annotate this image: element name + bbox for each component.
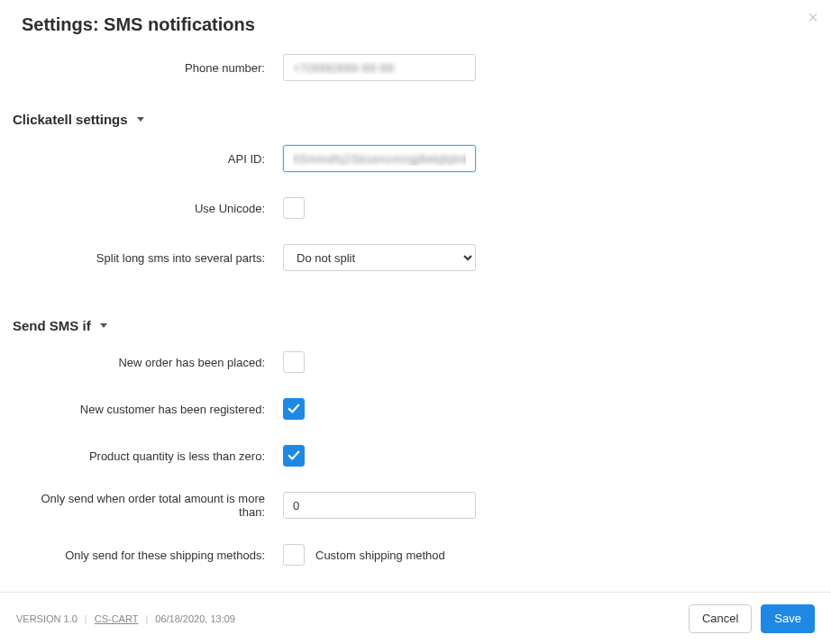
new-order-label: New order has been placed: xyxy=(13,356,283,369)
split-label: Split long sms into several parts: xyxy=(13,251,283,265)
phone-input[interactable] xyxy=(283,54,476,81)
shipping-checkbox[interactable] xyxy=(283,544,305,566)
split-select[interactable]: Do not split xyxy=(283,244,476,271)
use-unicode-checkbox[interactable] xyxy=(283,197,305,219)
new-customer-checkbox[interactable] xyxy=(283,398,305,420)
modal-title: Settings: SMS notifications xyxy=(22,14,255,34)
order-total-label: Only send when order total amount is mor… xyxy=(13,492,283,519)
cancel-button[interactable]: Cancel xyxy=(689,604,752,633)
section-send-if-label: Send SMS if xyxy=(13,318,91,333)
shipping-label: Only send for these shipping methods: xyxy=(13,549,283,562)
footer: VERSION 1.0 | CS-CART | 06/18/2020, 13:0… xyxy=(0,592,831,644)
api-id-label: API ID: xyxy=(13,152,283,166)
brand-link[interactable]: CS-CART xyxy=(95,613,139,624)
order-total-input[interactable] xyxy=(283,492,476,519)
section-clickatell-label: Clickatell settings xyxy=(13,112,128,127)
section-clickatell[interactable]: Clickatell settings xyxy=(13,106,818,145)
version-text: VERSION 1.0 xyxy=(16,613,78,624)
use-unicode-label: Use Unicode: xyxy=(13,202,283,215)
content-scroll[interactable]: Phone number: Clickatell settings API ID… xyxy=(0,45,831,592)
phone-label: Phone number: xyxy=(13,61,283,75)
api-id-input[interactable] xyxy=(283,145,476,172)
close-icon[interactable]: × xyxy=(808,7,818,28)
check-icon xyxy=(288,449,300,462)
chevron-down-icon xyxy=(137,117,144,122)
chevron-down-icon xyxy=(100,323,107,328)
new-order-checkbox[interactable] xyxy=(283,351,305,373)
product-qty-checkbox[interactable] xyxy=(283,445,305,467)
product-qty-label: Product quantity is less than zero: xyxy=(13,449,283,463)
new-customer-label: New customer has been registered: xyxy=(13,403,283,416)
separator: | xyxy=(85,613,87,624)
datetime-text: 06/18/2020, 13:09 xyxy=(155,613,235,624)
separator: | xyxy=(145,613,148,624)
section-send-if[interactable]: Send SMS if xyxy=(13,313,818,351)
save-button[interactable]: Save xyxy=(761,604,815,633)
check-icon xyxy=(288,403,300,415)
shipping-option-label: Custom shipping method xyxy=(315,549,445,562)
